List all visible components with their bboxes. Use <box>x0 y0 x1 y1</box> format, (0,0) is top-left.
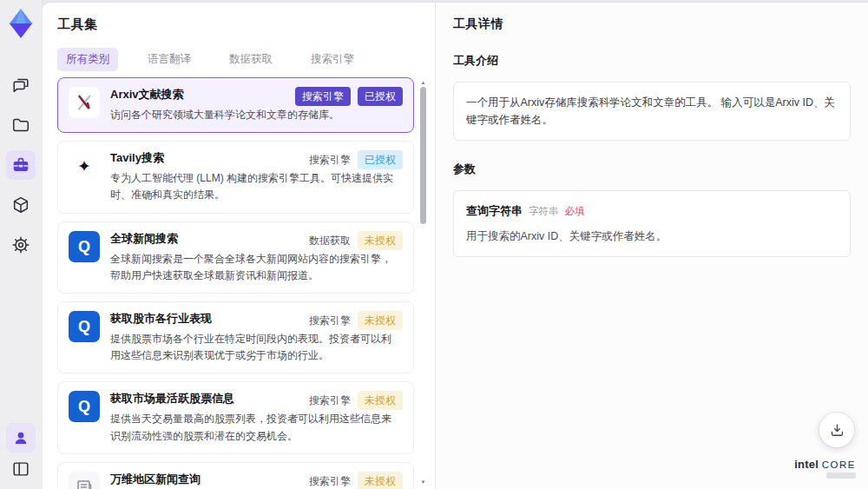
toolbox-icon <box>11 155 30 175</box>
page-title: 工具集 <box>57 17 435 33</box>
tool-description: 访问各个研究领域大量科学论文和文章的存储库。 <box>110 107 401 123</box>
param-description: 用于搜索的Arxiv ID、关键字或作者姓名。 <box>466 228 838 245</box>
tool-auth-badge: 已授权 <box>358 87 403 106</box>
param-required-badge: 必填 <box>565 203 585 219</box>
tool-auth-badge: 未授权 <box>358 311 403 330</box>
tab-language-translation[interactable]: 语言翻译 <box>139 48 200 71</box>
param-box: 查询字符串 字符串 必填 用于搜索的Arxiv ID、关键字或作者姓名。 <box>453 190 851 257</box>
intro-heading: 工具介绍 <box>453 53 851 69</box>
intel-core-logo: intel CORE <box>794 458 856 479</box>
folder-icon <box>11 116 30 135</box>
user-icon <box>12 429 30 446</box>
tool-description: 专为人工智能代理 (LLM) 构建的搜索引擎工具。可快速提供实时、准确和真实的结… <box>110 170 401 203</box>
content-shell: 工具集 所有类别 语言翻译 数据获取 搜索引擎 Arxiv文献搜索 访问各个研究… <box>42 2 868 489</box>
news-q-logo-icon: Q <box>69 391 100 422</box>
category-tabs: 所有类别 语言翻译 数据获取 搜索引擎 <box>57 48 435 71</box>
cube-icon <box>11 195 30 215</box>
list-scrollbar[interactable]: ▲ ▼ <box>419 79 427 486</box>
tool-category-badge: 数据获取 <box>309 231 351 250</box>
tools-panel: 工具集 所有类别 语言翻译 数据获取 搜索引擎 Arxiv文献搜索 访问各个研究… <box>43 3 435 489</box>
sidebar-item-settings[interactable] <box>6 230 36 260</box>
tool-card[interactable]: Q 获取市场最活跃股票信息 提供当天交易量最高的股票列表，投资者可以利用这些信息… <box>57 381 414 453</box>
arxiv-logo-icon <box>69 87 100 118</box>
tool-category-badge: 搜索引擎 <box>309 311 351 330</box>
tool-category-badge: 搜索引擎 <box>309 391 351 410</box>
tool-card[interactable]: Arxiv文献搜索 访问各个研究领域大量科学论文和文章的存储库。 搜索引擎 已授… <box>57 77 414 133</box>
intro-box: 一个用于从Arxiv存储库搜索科学论文和文章的工具。 输入可以是Arxiv ID… <box>453 82 851 141</box>
tool-description: 提供当天交易量最高的股票列表，投资者可以利用这些信息来识别流动性强的股票和潜在的… <box>110 411 401 444</box>
tab-all-categories[interactable]: 所有类别 <box>57 48 118 71</box>
tool-auth-badge: 已授权 <box>358 150 403 169</box>
tool-category-badge: 搜索引擎 <box>309 472 351 489</box>
sidebar-item-packages[interactable] <box>6 190 36 220</box>
tool-card[interactable]: 万维地区新闻查询 查询具体行政区划内的新闻，快速了解各地新闻动 搜索引擎 未授权 <box>57 462 414 489</box>
param-name: 查询字符串 <box>466 202 523 221</box>
tool-card[interactable]: Q 全球新闻搜索 全球新闻搜索是一个聚合全球各大新闻网站内容的搜索引擎，帮助用户… <box>57 221 414 294</box>
tool-description: 提供股票市场各个行业在特定时间段内的表现。投资者可以利用这些信息来识别表现优于或… <box>110 331 401 364</box>
scrollbar-down-arrow[interactable]: ▼ <box>419 479 427 486</box>
param-type: 字符串 <box>529 203 559 219</box>
chat-icon <box>11 76 30 95</box>
sidebar-item-chat[interactable] <box>6 70 36 100</box>
tool-category-badge: 搜索引擎 <box>309 150 351 169</box>
news-q-logo-icon: Q <box>69 231 100 262</box>
tool-description: 全球新闻搜索是一个聚合全球各大新闻网站内容的搜索引擎，帮助用户快速获取全球最新资… <box>110 251 401 284</box>
tool-list: Arxiv文献搜索 访问各个研究领域大量科学论文和文章的存储库。 搜索引擎 已授… <box>57 77 414 489</box>
sidebar-item-account[interactable] <box>6 423 36 453</box>
download-button[interactable] <box>819 413 854 447</box>
layout-panel-icon <box>11 459 30 479</box>
brand-intel-text: intel <box>794 458 819 471</box>
sidebar-item-files[interactable] <box>6 110 36 140</box>
sidebar-item-tools[interactable] <box>6 150 36 180</box>
settings-icon <box>11 235 30 254</box>
tavily-logo-icon: ✦ <box>69 150 100 182</box>
sidebar-item-collapse[interactable] <box>6 454 36 484</box>
tab-search-engine[interactable]: 搜索引擎 <box>302 48 363 71</box>
download-icon <box>829 422 845 439</box>
brand-sub-mark <box>826 472 856 479</box>
tool-card[interactable]: Q 获取股市各行业表现 提供股票市场各个行业在特定时间段内的表现。投资者可以利用… <box>57 301 414 373</box>
detail-title: 工具详情 <box>453 17 851 32</box>
tab-data-fetch[interactable]: 数据获取 <box>220 48 281 71</box>
tool-auth-badge: 未授权 <box>358 472 403 489</box>
tool-detail-panel: 工具详情 工具介绍 一个用于从Arxiv存储库搜索科学论文和文章的工具。 输入可… <box>435 3 868 489</box>
scrollbar-up-arrow[interactable]: ▲ <box>419 79 427 86</box>
tool-auth-badge: 未授权 <box>358 391 403 410</box>
scrollbar-thumb[interactable] <box>420 87 426 224</box>
tool-category-badge: 搜索引擎 <box>295 87 351 106</box>
newspaper-icon <box>69 472 100 489</box>
news-q-logo-icon: Q <box>69 311 100 342</box>
brand-core-text: CORE <box>822 459 856 470</box>
app-logo-icon <box>5 6 36 41</box>
app-window: 工具集 所有类别 语言翻译 数据获取 搜索引擎 Arxiv文献搜索 访问各个研究… <box>0 0 868 489</box>
tool-card[interactable]: ✦ Tavily搜索 专为人工智能代理 (LLM) 构建的搜索引擎工具。可快速提… <box>57 141 414 213</box>
left-rail <box>0 0 42 489</box>
intro-text: 一个用于从Arxiv存储库搜索科学论文和文章的工具。 输入可以是Arxiv ID… <box>466 96 835 126</box>
tool-auth-badge: 未授权 <box>358 231 403 250</box>
params-heading: 参数 <box>453 162 851 177</box>
